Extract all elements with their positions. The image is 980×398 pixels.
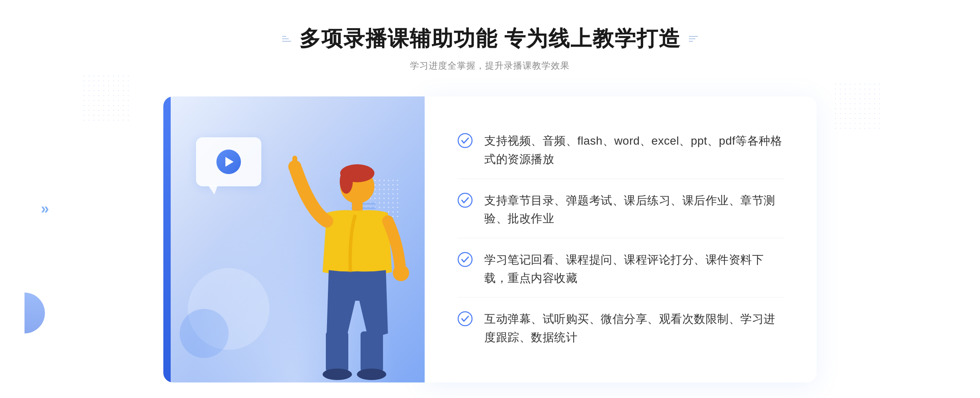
decorator-line-4: [689, 36, 698, 37]
subtitle: 学习进度全掌握，提升录播课教学效果: [282, 60, 698, 72]
svg-point-14: [458, 312, 472, 326]
feature-text-2: 支持章节目录、弹题考试、课后练习、课后作业、章节测验、批改作业: [484, 192, 784, 228]
svg-point-6: [393, 265, 409, 281]
illustration-area: [163, 96, 425, 382]
svg-rect-8: [361, 331, 383, 372]
svg-point-10: [357, 369, 386, 380]
svg-rect-7: [326, 331, 348, 372]
decorator-line-5: [689, 38, 695, 39]
header-decorators: 多项录播课辅助功能 专为线上教学打造: [282, 25, 698, 53]
features-area: 支持视频、音频、flash、word、excel、ppt、pdf等各种格式的资源…: [425, 96, 817, 382]
feature-text-3: 学习笔记回看、课程提问、课程评论打分、课件资料下载，重点内容收藏: [484, 251, 784, 288]
dots-decoration-left: [82, 74, 131, 123]
decorator-line-2: [282, 38, 289, 39]
blue-accent-bar: [163, 96, 171, 382]
arrow-left-decoration: »: [41, 200, 49, 217]
feature-text-4: 互动弹幕、试听购买、微信分享、观看次数限制、学习进度跟踪、数据统计: [484, 310, 784, 347]
check-icon-1: [457, 133, 473, 148]
check-icon-2: [457, 192, 473, 208]
feature-item-3: 学习笔记回看、课程提问、课程评论打分、课件资料下载，重点内容收藏: [457, 241, 784, 298]
svg-point-9: [323, 369, 352, 380]
svg-point-11: [458, 134, 472, 148]
feature-item-1: 支持视频、音频、flash、word、excel、ppt、pdf等各种格式的资源…: [457, 122, 784, 179]
feature-item-4: 互动弹幕、试听购买、微信分享、观看次数限制、学习进度跟踪、数据统计: [457, 300, 784, 357]
semi-circle-decoration: [24, 293, 45, 333]
decorator-line-6: [689, 41, 693, 42]
play-icon: [216, 150, 241, 174]
left-decorator: [282, 36, 291, 42]
svg-point-2: [340, 169, 353, 194]
check-icon-3: [457, 252, 473, 267]
page-container: » 多项录播课辅助功能 专为线上教学打造 学习进度全掌握，提升录播课教学效果: [0, 0, 980, 398]
main-content: 支持视频、音频、flash、word、excel、ppt、pdf等各种格式的资源…: [163, 96, 817, 382]
right-decorator: [689, 36, 698, 42]
main-title: 多项录播课辅助功能 专为线上教学打造: [299, 25, 681, 53]
feature-item-2: 支持章节目录、弹题考试、课后练习、课后作业、章节测验、批改作业: [457, 182, 784, 239]
svg-point-12: [458, 193, 472, 207]
person-figure: [257, 145, 412, 382]
decorator-line-3: [282, 41, 291, 42]
play-triangle: [225, 157, 234, 167]
svg-point-13: [458, 253, 472, 266]
header-section: 多项录播课辅助功能 专为线上教学打造 学习进度全掌握，提升录播课教学效果: [282, 25, 698, 72]
feature-text-1: 支持视频、音频、flash、word、excel、ppt、pdf等各种格式的资源…: [484, 132, 784, 169]
svg-rect-5: [292, 156, 297, 170]
decorator-line-1: [282, 36, 286, 37]
check-icon-4: [457, 311, 473, 326]
dots-decoration-right: [833, 82, 882, 131]
